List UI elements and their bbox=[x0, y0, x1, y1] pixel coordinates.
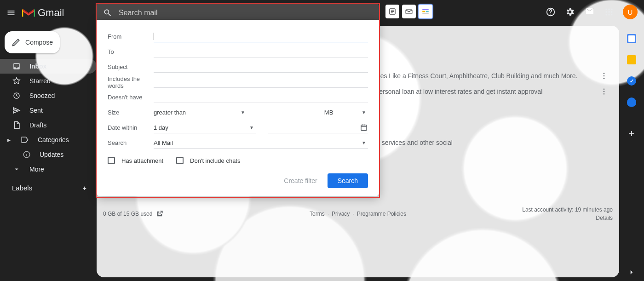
sidebar: Compose Inbox Starred Snoozed Sent Draft… bbox=[0, 26, 97, 192]
collapse-panel-icon[interactable] bbox=[627, 268, 636, 276]
svg-point-10 bbox=[606, 11, 607, 12]
subject-input[interactable] bbox=[154, 62, 368, 73]
settings-icon[interactable] bbox=[565, 7, 575, 17]
nav-drafts-label: Drafts bbox=[29, 121, 46, 129]
date-range-select[interactable]: 1 day▼ bbox=[154, 122, 256, 133]
includes-input[interactable] bbox=[154, 77, 368, 88]
size-op-select[interactable]: greater than▼ bbox=[154, 107, 247, 118]
nav-inbox[interactable]: Inbox bbox=[0, 59, 97, 74]
chevron-right-icon: ▸ bbox=[6, 136, 12, 143]
nav-snoozed-label: Snoozed bbox=[29, 92, 55, 99]
details-link[interactable]: Details bbox=[522, 214, 613, 222]
size-value-input[interactable] bbox=[259, 107, 312, 118]
svg-rect-1 bbox=[422, 9, 429, 10]
notification-icon[interactable] bbox=[584, 6, 595, 17]
svg-point-13 bbox=[606, 14, 607, 15]
compose-label: Compose bbox=[25, 39, 53, 46]
star-icon bbox=[12, 77, 21, 85]
mail-row-2[interactable]: quick personal loan at low interest rate… bbox=[359, 84, 608, 99]
size-unit-select[interactable]: MB▼ bbox=[324, 107, 368, 118]
search-scope-select[interactable]: All Mail▼ bbox=[154, 138, 368, 149]
nav-drafts[interactable]: Drafts bbox=[0, 118, 97, 132]
more-icon[interactable] bbox=[600, 72, 608, 80]
svg-rect-4 bbox=[422, 13, 429, 14]
svg-point-7 bbox=[606, 9, 607, 10]
keep-app-icon[interactable] bbox=[627, 55, 636, 64]
search-in-label: Search bbox=[108, 139, 154, 146]
caret-icon: ▼ bbox=[241, 110, 245, 115]
search-input[interactable] bbox=[119, 9, 373, 17]
add-addon-icon[interactable]: + bbox=[629, 128, 635, 140]
mail-row-1[interactable]: Amenities Like a Fitness Court, Amphithe… bbox=[359, 68, 608, 84]
date-within-label: Date within bbox=[108, 124, 154, 131]
extension-badge-3[interactable] bbox=[419, 5, 432, 18]
to-input[interactable] bbox=[154, 46, 368, 57]
has-attachment-checkbox[interactable]: Has attachment bbox=[108, 157, 163, 164]
calendar-icon bbox=[360, 123, 368, 132]
tasks-app-icon[interactable] bbox=[627, 76, 636, 86]
advanced-search-panel: From To Subject Includes the words Doesn… bbox=[97, 20, 379, 196]
svg-point-20 bbox=[604, 78, 605, 79]
contacts-app-icon[interactable] bbox=[627, 97, 636, 107]
svg-rect-3 bbox=[426, 11, 429, 12]
info-icon bbox=[22, 150, 31, 159]
create-filter-button[interactable]: Create filter bbox=[284, 177, 317, 184]
svg-point-22 bbox=[604, 91, 605, 92]
more-icon[interactable] bbox=[600, 87, 608, 96]
nav-updates[interactable]: Updates bbox=[0, 147, 97, 162]
size-label: Size bbox=[108, 109, 154, 116]
nav-snoozed[interactable]: Snoozed bbox=[0, 88, 97, 103]
file-icon bbox=[12, 121, 21, 129]
svg-point-12 bbox=[611, 11, 612, 12]
open-in-new-icon[interactable] bbox=[156, 210, 163, 218]
search-button[interactable]: Search bbox=[328, 173, 368, 188]
add-label-icon[interactable]: + bbox=[82, 184, 86, 192]
nav-starred[interactable]: Starred bbox=[0, 74, 97, 88]
send-icon bbox=[12, 106, 21, 115]
mail-snippet-1: Amenities Like a Fitness Court, Amphithe… bbox=[359, 72, 577, 80]
caret-icon: ▼ bbox=[362, 140, 366, 145]
extension-badge-1[interactable] bbox=[385, 5, 399, 18]
from-label: From bbox=[108, 33, 154, 40]
svg-point-14 bbox=[608, 14, 610, 15]
nav-more[interactable]: More bbox=[0, 162, 97, 177]
nav-categories[interactable]: ▸Categories bbox=[0, 132, 97, 147]
privacy-link[interactable]: Privacy bbox=[332, 211, 350, 217]
svg-point-11 bbox=[608, 11, 610, 12]
svg-point-6 bbox=[550, 14, 551, 15]
policies-link[interactable]: Programme Policies bbox=[357, 211, 406, 217]
checkbox-icon bbox=[108, 157, 115, 164]
gmail-logo[interactable]: Gmail bbox=[22, 7, 64, 19]
support-icon[interactable] bbox=[546, 7, 556, 17]
nav-list: Inbox Starred Snoozed Sent Drafts ▸Categ… bbox=[0, 59, 97, 177]
compose-button[interactable]: Compose bbox=[5, 31, 60, 53]
from-input[interactable] bbox=[154, 31, 368, 42]
clock-icon bbox=[12, 92, 21, 100]
labels-header-text: Labels bbox=[12, 184, 32, 192]
svg-point-23 bbox=[604, 93, 605, 95]
nav-inbox-label: Inbox bbox=[29, 63, 46, 70]
date-picker[interactable] bbox=[268, 122, 368, 133]
account-avatar[interactable]: U bbox=[623, 5, 638, 19]
no-chats-checkbox[interactable]: Don't include chats bbox=[176, 157, 240, 164]
extension-badge-2[interactable] bbox=[402, 5, 416, 18]
svg-point-21 bbox=[604, 88, 605, 90]
main-menu-icon[interactable] bbox=[0, 8, 22, 17]
google-apps-icon[interactable] bbox=[604, 7, 614, 17]
gmail-logo-text: Gmail bbox=[38, 7, 64, 19]
includes-label: Includes the words bbox=[108, 75, 154, 89]
svg-rect-24 bbox=[361, 125, 367, 131]
header-extension-badges bbox=[385, 5, 432, 18]
gmail-logo-icon bbox=[22, 8, 35, 18]
calendar-app-icon[interactable] bbox=[627, 34, 636, 43]
labels-header: Labels + bbox=[0, 177, 97, 192]
nav-sent[interactable]: Sent bbox=[0, 103, 97, 118]
storage-text: 0 GB of 15 GB used bbox=[103, 211, 152, 217]
svg-point-18 bbox=[604, 73, 605, 74]
nav-starred-label: Starred bbox=[29, 77, 51, 85]
svg-point-19 bbox=[604, 75, 605, 77]
terms-link[interactable]: Terms bbox=[310, 211, 325, 217]
doesnt-input[interactable] bbox=[154, 92, 368, 103]
mail-snippet-2: quick personal loan at low interest rate… bbox=[359, 88, 542, 95]
doesnt-label: Doesn't have bbox=[108, 94, 154, 101]
